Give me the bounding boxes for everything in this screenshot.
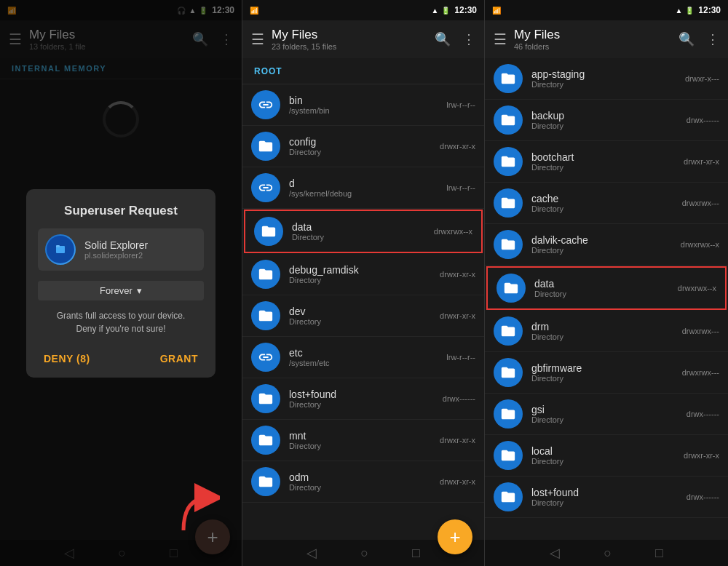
back-icon-3[interactable]: ◁ [550,545,560,561]
file-info-cache: cacheDirectory [531,193,673,213]
folder-icon-gbfirmware [494,358,523,387]
file-item-cache[interactable]: cacheDirectorydrwxrwx--- [485,183,728,224]
file-name-mnt: mnt [289,430,431,442]
status-left-3: 📶 [492,7,501,15]
folder-icon-debug_ramdisk [251,260,280,289]
recents-icon-3[interactable]: □ [655,546,663,561]
file-name-drm: drm [531,321,673,332]
file-sub-gsi: Directory [531,415,678,424]
panel-3: 📶 ▲ 🔋 12:30 ☰ My Files 46 folders 🔍 ⋮ ap… [485,0,728,566]
home-icon-2[interactable]: ○ [360,546,368,561]
file-item-data[interactable]: dataDirectorydrwxrwx--x [244,210,483,253]
title-block-2: My Files 23 folders, 15 files [272,28,427,51]
file-item-config[interactable]: configDirectorydrwxr-xr-x [242,126,484,167]
time-3: 12:30 [698,5,721,15]
file-perm-mnt: drwxr-xr-x [440,436,475,445]
file-perm-lost+found: drwx------ [687,493,719,501]
file-info-lost+found: lost+foundDirectory [289,388,434,409]
dialog-buttons: DENY (8) GRANT [38,346,204,367]
file-perm-d: lrw-r--r-- [446,183,475,192]
fab-2[interactable]: + [438,519,472,554]
file-name-dalvik-cache: dalvik-cache [531,234,672,246]
file-item-d[interactable]: d/sys/kernel/debuglrw-r--r-- [242,167,484,209]
battery-icon-2: 🔋 [441,7,450,15]
file-item-drm[interactable]: drmDirectorydrwxrwx--- [485,311,728,352]
recents-icon-2[interactable]: □ [412,546,420,561]
deny-button[interactable]: DENY (8) [38,350,96,367]
file-name-lost+found: lost+found [289,388,434,400]
file-perm-data: drwxrwx--x [678,284,716,292]
folder-icon-odm [251,467,280,496]
solid-explorer-icon [51,240,70,259]
status-icons-2: ▲ 🔋 [431,7,450,15]
file-item-odm[interactable]: odmDirectorydrwxr-xr-x [242,461,484,503]
back-icon-2[interactable]: ◁ [306,545,317,561]
menu-icon-3[interactable]: ☰ [494,31,507,48]
file-item-local[interactable]: localDirectorydrwxr-xr-x [485,435,728,477]
file-sub-gbfirmware: Directory [531,374,673,383]
app-name: Solid Explorer [84,239,148,251]
search-icon-2[interactable]: 🔍 [435,31,451,47]
file-name-etc: etc [289,347,438,359]
file-info-local: localDirectory [531,445,675,466]
file-name-config: config [289,136,431,148]
file-sub-config: Directory [289,148,431,156]
file-item-dalvik-cache[interactable]: dalvik-cacheDirectorydrwxrwx--x [485,224,728,266]
app-title-3: My Files [514,28,671,42]
file-info-etc: etc/system/etc [289,347,438,367]
folder-icon-bootchart [494,147,523,176]
file-item-bin[interactable]: bin/system/binlrw-r--r-- [242,84,484,126]
file-sub-bootchart: Directory [531,163,675,172]
arrow-overlay [176,483,220,537]
file-item-gsi[interactable]: gsiDirectorydrwx------ [485,394,728,435]
file-item-etc[interactable]: etc/system/etclrw-r--r-- [242,337,484,378]
folder-icon-gsi [494,399,523,429]
panel-1: 📶 🎧 ▲ 🔋 12:30 ☰ My Files 13 folders, 1 f… [0,0,242,566]
file-info-dev: devDirectory [289,306,431,326]
file-info-gsi: gsiDirectory [531,404,678,424]
grant-arrow [176,483,220,534]
file-item-lost+found[interactable]: lost+foundDirectorydrwx------ [485,477,728,518]
file-name-d: d [289,178,438,189]
file-list-2[interactable]: bin/system/binlrw-r--r-- configDirectory… [242,84,484,540]
file-sub-app-staging: Directory [531,80,676,89]
folder-icon-local [494,441,523,470]
file-item-gbfirmware[interactable]: gbfirmwareDirectorydrwxrwx--- [485,352,728,394]
app-subtitle-2: 23 folders, 15 files [272,42,427,51]
file-item-debug_ramdisk[interactable]: debug_ramdiskDirectorydrwxr-xr-x [242,254,484,295]
file-item-lost+found[interactable]: lost+foundDirectorydrwx------ [242,378,484,420]
file-name-dev: dev [289,306,431,317]
folder-icon-mnt [251,426,280,455]
file-sub-debug_ramdisk: Directory [289,276,431,284]
file-item-dev[interactable]: devDirectorydrwxr-xr-x [242,295,484,337]
home-icon-3[interactable]: ○ [604,546,612,561]
file-sub-data: Directory [534,290,669,298]
title-block-3: My Files 46 folders [514,28,671,51]
file-item-bootchart[interactable]: bootchartDirectorydrwxr-xr-x [485,141,728,183]
file-info-d: d/sys/kernel/debug [289,178,438,198]
file-sub-cache: Directory [531,204,673,213]
status-bar-2: 📶 ▲ 🔋 12:30 [242,0,484,20]
file-item-mnt[interactable]: mntDirectorydrwxr-xr-x [242,420,484,461]
file-sub-drm: Directory [531,332,673,341]
breadcrumb-label-2: ROOT [254,66,282,76]
more-icon-3[interactable]: ⋮ [706,31,719,47]
topbar-3: ☰ My Files 46 folders 🔍 ⋮ [485,20,728,58]
file-name-bootchart: bootchart [531,151,675,163]
file-perm-lost+found: drwx------ [443,394,475,403]
superuser-dialog: Superuser Request Solid Explorer pl.soli [26,189,215,378]
duration-dropdown[interactable]: Forever ▾ [38,281,204,300]
menu-icon-2[interactable]: ☰ [251,31,264,48]
file-item-backup[interactable]: backupDirectorydrwx------ [485,100,728,141]
file-list-3[interactable]: app-stagingDirectorydrwxr-x--- backupDir… [485,58,728,540]
grant-button[interactable]: GRANT [154,350,204,367]
file-item-data[interactable]: dataDirectorydrwxrwx--x [486,266,727,310]
dialog-overlay: Superuser Request Solid Explorer pl.soli [0,0,242,566]
more-icon-2[interactable]: ⋮ [462,31,475,47]
search-icon-3[interactable]: 🔍 [678,31,695,47]
file-name-cache: cache [531,193,673,204]
file-sub-d: /sys/kernel/debug [289,189,438,198]
wifi-icon-3: ▲ [675,7,682,15]
file-item-app-staging[interactable]: app-stagingDirectorydrwxr-x--- [485,58,728,100]
file-perm-dalvik-cache: drwxrwx--x [681,240,719,249]
